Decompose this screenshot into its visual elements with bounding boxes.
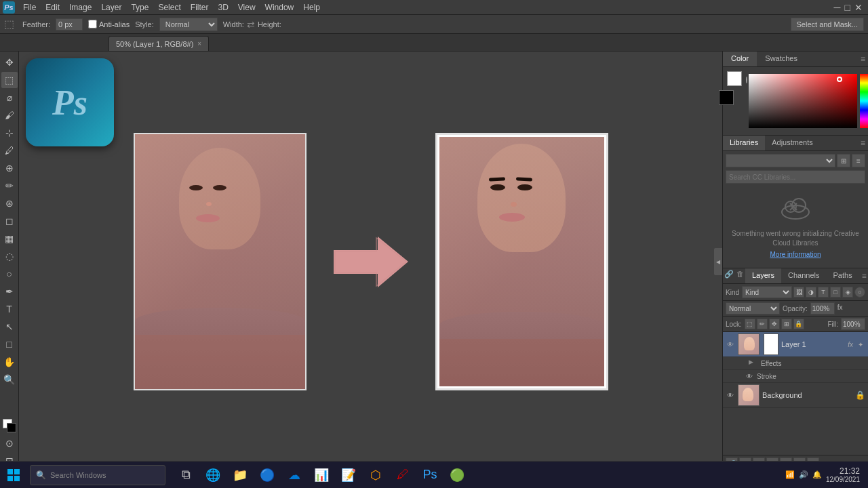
lib-more-info-link[interactable]: More information — [770, 251, 821, 258]
menu-filter[interactable]: Filter — [186, 1, 213, 14]
start-button[interactable] — [0, 462, 27, 489]
tab-adjustments[interactable]: Adjustments — [765, 136, 820, 150]
tab-paths[interactable]: Paths — [827, 268, 859, 283]
taskbar-taskview-btn[interactable]: ⧉ — [174, 463, 198, 487]
canvas-area[interactable]: Ps — [19, 52, 722, 472]
filter-adjustment-btn[interactable]: ◑ — [806, 287, 816, 298]
swap-icon[interactable]: ⇄ — [247, 19, 255, 30]
heal-tool[interactable]: ⊕ — [1, 160, 18, 176]
layer1-visibility-toggle[interactable]: 👁 — [726, 340, 735, 349]
tab-channels[interactable]: Channels — [781, 268, 826, 283]
document-tab[interactable]: 50% (Layer 1, RGB/8#) × — [108, 36, 209, 51]
eraser-tool[interactable]: ◻ — [1, 213, 18, 229]
libraries-panel-menu[interactable]: ≡ — [858, 136, 868, 150]
lib-list-view-btn[interactable]: ≡ — [852, 154, 865, 167]
menu-view[interactable]: View — [234, 1, 260, 14]
menu-image[interactable]: Image — [65, 1, 96, 14]
menu-help[interactable]: Help — [299, 1, 324, 14]
color-panel-menu[interactable]: ≡ — [858, 52, 868, 66]
path-selection-tool[interactable]: ↖ — [1, 319, 18, 335]
fx-icon[interactable]: fx — [837, 304, 847, 313]
layer-item-background[interactable]: 👁 Background 🔒 — [723, 383, 868, 408]
layer-item-layer1[interactable]: 👁 Layer 1 fx ✦ — [723, 332, 868, 357]
quick-mask-tool[interactable]: ⊙ — [1, 435, 18, 451]
fill-input[interactable] — [841, 318, 865, 330]
effects-toggle[interactable]: ▶ — [749, 359, 758, 368]
filter-pixel-btn[interactable]: 🖼 — [793, 287, 804, 298]
layer1-options-btn[interactable]: ✦ — [856, 340, 865, 349]
lock-artboard-btn[interactable]: ⊞ — [781, 319, 792, 329]
tab-libraries[interactable]: Libraries — [723, 136, 765, 150]
filter-type-btn[interactable]: T — [818, 287, 829, 298]
taskbar-excel-btn[interactable]: 📊 — [309, 463, 334, 487]
zoom-tool[interactable]: 🔍 — [1, 371, 18, 388]
color-fg-bg[interactable] — [1, 418, 18, 434]
feather-input[interactable] — [56, 18, 83, 30]
layers-link-icon[interactable]: 🔗 — [723, 268, 735, 283]
background-visibility-toggle[interactable]: 👁 — [726, 390, 735, 400]
quick-select-tool[interactable]: 🖌 — [1, 107, 18, 123]
close-btn[interactable]: ✕ — [854, 2, 863, 13]
layer1-stroke-effect[interactable]: 👁 Stroke — [723, 370, 868, 383]
lock-image-btn[interactable]: ✏ — [757, 319, 768, 329]
gradient-tool[interactable]: ▦ — [1, 230, 18, 247]
shape-tool[interactable]: □ — [1, 336, 18, 352]
filter-toggle-btn[interactable]: ○ — [854, 287, 865, 298]
collapse-panel-btn[interactable]: ◀ — [714, 248, 722, 275]
tab-layers[interactable]: Layers — [745, 268, 781, 283]
lock-position-btn[interactable]: ✥ — [769, 319, 780, 329]
layers-delete-icon[interactable]: 🗑 — [735, 268, 745, 283]
lasso-tool[interactable]: ⌀ — [1, 89, 18, 106]
pen-tool[interactable]: ✒ — [1, 283, 18, 300]
filter-smartobj-btn[interactable]: ◈ — [842, 287, 853, 298]
crop-tool[interactable]: ⊹ — [1, 125, 18, 141]
menu-3d[interactable]: 3D — [214, 1, 232, 14]
foreground-color-swatch[interactable] — [727, 71, 742, 86]
maximize-btn[interactable]: □ — [845, 2, 850, 13]
lib-grid-view-btn[interactable]: ⊞ — [837, 154, 850, 167]
lib-dropdown[interactable] — [726, 154, 835, 167]
tab-swatches[interactable]: Swatches — [757, 52, 806, 66]
minimize-btn[interactable]: ─ — [834, 2, 841, 13]
hue-bar[interactable] — [860, 74, 868, 128]
menu-edit[interactable]: Edit — [41, 1, 64, 14]
hand-tool[interactable]: ✋ — [1, 354, 18, 370]
taskbar-sketchbook-btn[interactable]: 🖊 — [391, 463, 415, 487]
eyedropper-tool[interactable]: 🖊 — [1, 142, 18, 159]
menu-select[interactable]: Select — [154, 1, 184, 14]
layer1-effects-group[interactable]: ▶ Effects — [723, 357, 868, 370]
opacity-input[interactable]: 100% — [810, 302, 835, 314]
background-color-swatch[interactable] — [719, 90, 734, 105]
blend-mode-select[interactable]: Normal Dissolve Multiply — [726, 302, 780, 314]
move-tool[interactable]: ✥ — [1, 54, 18, 70]
taskbar-green-btn[interactable]: 🟢 — [445, 463, 469, 487]
taskbar-word-btn[interactable]: 📝 — [336, 463, 361, 487]
menu-type[interactable]: Type — [127, 1, 153, 14]
clone-tool[interactable]: ⊛ — [1, 195, 18, 211]
blur-tool[interactable]: ◌ — [1, 248, 18, 264]
color-gradient-box[interactable] — [749, 74, 857, 128]
anti-alias-checkbox[interactable] — [88, 20, 97, 28]
taskbar-search-bar[interactable]: 🔍 Search Windows — [30, 465, 165, 485]
marquee-tool[interactable]: ⬚ — [1, 72, 18, 88]
tab-color[interactable]: Color — [723, 52, 757, 66]
style-select[interactable]: Normal Fixed Ratio Fixed Size — [159, 18, 218, 31]
lib-search-input[interactable] — [726, 170, 865, 184]
menu-window[interactable]: Window — [261, 1, 298, 14]
tab-close-button[interactable]: × — [197, 40, 201, 47]
layers-panel-menu[interactable]: ≡ — [859, 268, 868, 283]
taskbar-onedrive-btn[interactable]: ☁ — [282, 463, 307, 487]
menu-file[interactable]: File — [19, 1, 40, 14]
select-mask-button[interactable]: Select and Mask... — [791, 18, 865, 31]
lock-all-btn[interactable]: 🔒 — [793, 319, 804, 329]
taskbar-orange-btn[interactable]: ⬡ — [363, 463, 388, 487]
lock-transparent-btn[interactable]: ⬚ — [745, 319, 755, 329]
dodge-tool[interactable]: ○ — [1, 266, 18, 282]
stroke-visibility-toggle[interactable]: 👁 — [745, 371, 754, 381]
text-tool[interactable]: T — [1, 301, 18, 317]
kind-select[interactable]: Kind — [742, 286, 792, 298]
taskbar-explorer-btn[interactable]: 📁 — [228, 463, 252, 487]
taskbar-ps-btn[interactable]: Ps — [418, 463, 442, 487]
taskbar-edge-btn[interactable]: 🌐 — [201, 463, 225, 487]
filter-shape-btn[interactable]: □ — [830, 287, 841, 298]
